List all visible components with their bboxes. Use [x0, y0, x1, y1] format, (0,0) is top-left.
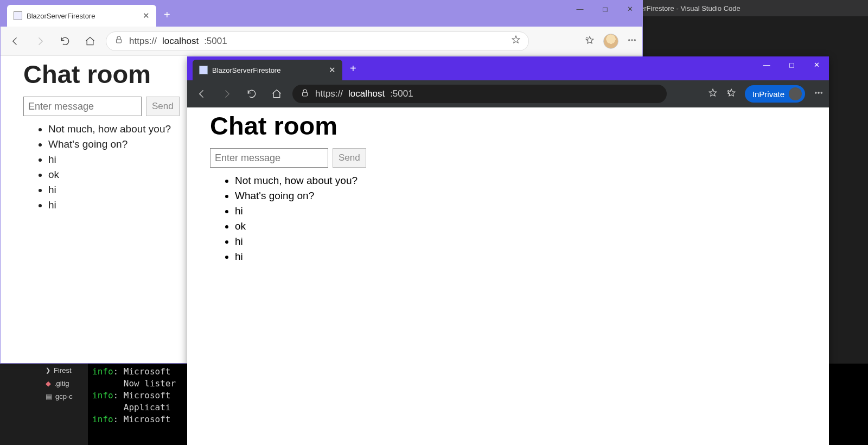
tab-title: BlazorServerFirestore [27, 12, 138, 20]
maximize-button[interactable]: ◻ [779, 56, 804, 73]
explorer-label: gcp-c [55, 392, 73, 400]
close-tab-icon[interactable]: ✕ [329, 65, 336, 75]
file-icon: ▤ [46, 392, 52, 400]
refresh-button[interactable] [56, 32, 74, 50]
inprivate-badge[interactable]: InPrivate [745, 85, 805, 103]
send-button[interactable]: Send [333, 148, 366, 168]
collections-icon[interactable] [585, 35, 595, 47]
chevron-right-icon: ❯ [46, 367, 50, 374]
collections-icon[interactable] [726, 88, 736, 100]
lock-icon [300, 88, 310, 100]
toolbar: https://localhost:5001 InPrivate [187, 80, 829, 107]
url-scheme: https:// [315, 88, 343, 99]
lock-icon [114, 35, 124, 47]
svg-point-1 [629, 39, 630, 40]
svg-rect-0 [117, 39, 122, 43]
minimize-button[interactable]: — [567, 1, 592, 17]
titlebar[interactable]: BlazorServerFirestore ✕ + — ◻ ✕ [187, 56, 829, 80]
address-bar[interactable]: https://localhost:5001 [292, 85, 667, 103]
browser-tab[interactable]: BlazorServerFirestore ✕ [193, 60, 342, 80]
url-scheme: https:// [129, 36, 157, 47]
toolbar: https://localhost:5001 [1, 27, 642, 56]
titlebar[interactable]: BlazorServerFirestore ✕ + — ◻ ✕ [1, 1, 642, 27]
explorer-item[interactable]: ▤ gcp-c [43, 390, 88, 403]
minimize-button[interactable]: — [754, 56, 779, 73]
back-button[interactable] [193, 85, 211, 103]
message-item: Not much, how about you? [235, 173, 806, 188]
send-button[interactable]: Send [146, 97, 180, 116]
svg-rect-4 [303, 92, 308, 96]
profile-avatar [789, 87, 802, 100]
message-list: Not much, how about you?What's going on?… [235, 173, 806, 264]
message-item: hi [235, 234, 806, 249]
favorite-icon[interactable] [708, 88, 718, 100]
home-button[interactable] [267, 85, 286, 103]
maximize-button[interactable]: ◻ [592, 1, 617, 17]
explorer-label: .gitig [54, 379, 69, 387]
page-content: Chat room Send Not much, how about you?W… [187, 111, 829, 264]
tab-title: BlazorServerFirestore [212, 66, 324, 74]
git-icon: ◆ [46, 379, 51, 387]
refresh-button[interactable] [242, 85, 261, 103]
svg-point-7 [821, 92, 822, 93]
home-button[interactable] [81, 32, 99, 50]
browser-tab[interactable]: BlazorServerFirestore ✕ [7, 5, 156, 27]
close-tab-icon[interactable]: ✕ [143, 11, 150, 21]
explorer-item[interactable]: ❯ Firest [43, 364, 88, 377]
message-item: hi [235, 249, 806, 264]
page-heading: Chat room [210, 111, 806, 141]
svg-point-2 [631, 39, 633, 40]
message-item: hi [235, 204, 806, 219]
message-input[interactable] [23, 97, 142, 116]
forward-button[interactable] [31, 32, 49, 50]
inprivate-label: InPrivate [752, 90, 784, 99]
url-port: :5001 [204, 36, 227, 47]
vscode-title-text: erFirestore - Visual Studio Code [640, 4, 741, 12]
explorer-item[interactable]: ◆ .gitig [43, 377, 88, 390]
message-item: What's going on? [235, 188, 806, 204]
favicon-icon [14, 11, 22, 20]
message-input[interactable] [210, 148, 328, 168]
more-menu-icon[interactable] [627, 35, 637, 47]
forward-button[interactable] [218, 85, 236, 103]
svg-point-6 [818, 92, 819, 93]
browser-window-inprivate: BlazorServerFirestore ✕ + — ◻ ✕ https://… [187, 56, 829, 445]
message-item: ok [235, 219, 806, 234]
close-window-button[interactable]: ✕ [804, 56, 829, 73]
vscode-explorer[interactable]: ❯ Firest ◆ .gitig ▤ gcp-c [43, 364, 88, 445]
url-host: localhost [162, 36, 199, 47]
new-tab-button[interactable]: + [164, 9, 170, 21]
close-window-button[interactable]: ✕ [617, 1, 642, 17]
more-menu-icon[interactable] [814, 88, 824, 100]
svg-point-5 [815, 92, 816, 93]
url-host: localhost [348, 88, 385, 99]
favorite-icon[interactable] [511, 35, 521, 47]
new-tab-button[interactable]: + [350, 62, 356, 75]
address-bar[interactable]: https://localhost:5001 [106, 31, 529, 51]
url-port: :5001 [390, 88, 413, 99]
svg-point-3 [634, 39, 635, 40]
back-button[interactable] [6, 32, 24, 50]
favicon-icon [199, 66, 208, 74]
profile-avatar[interactable] [603, 34, 618, 49]
explorer-label: Firest [54, 366, 72, 374]
